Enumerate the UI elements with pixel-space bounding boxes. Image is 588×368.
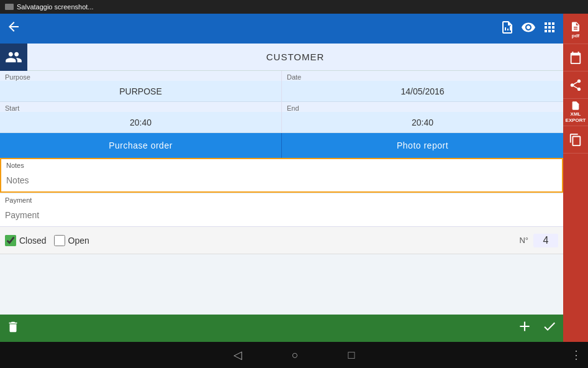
n-section: N° 4 — [519, 234, 558, 247]
calendar-icon — [569, 51, 582, 65]
confirm-button[interactable] — [542, 319, 557, 338]
checkbox-group: Closed Open — [5, 235, 89, 246]
share-icon — [569, 78, 582, 92]
start-col: Start 20:40 — [0, 102, 281, 133]
toolbar-actions — [500, 20, 557, 38]
end-label: End — [282, 102, 563, 112]
grid-button[interactable] — [542, 20, 557, 38]
open-checkbox[interactable] — [54, 235, 65, 246]
delete-button[interactable] — [6, 320, 20, 337]
screenshot-icon — [5, 4, 14, 10]
status-bar: Salvataggio screenshot... — [0, 0, 588, 14]
date-col: Date 14/05/2016 — [281, 71, 563, 102]
pdf-button[interactable]: pdf — [563, 17, 588, 44]
back-button[interactable] — [6, 19, 21, 38]
nav-home-button[interactable]: ○ — [292, 349, 299, 362]
purpose-label: Purpose — [0, 71, 281, 81]
purchase-order-button[interactable]: Purchase order — [0, 133, 282, 158]
n-label: N° — [519, 236, 528, 245]
date-label: Date — [282, 71, 563, 81]
nav-dots-button[interactable]: ⋮ — [571, 348, 582, 362]
customer-name: CUSTOMER — [27, 52, 563, 62]
payment-label: Payment — [0, 194, 563, 204]
start-end-row: Start 20:40 End 20:40 — [0, 102, 563, 133]
add-button[interactable] — [517, 318, 533, 339]
share-button[interactable] — [563, 71, 588, 99]
notes-input[interactable] — [1, 169, 562, 191]
purpose-value: PURPOSE — [0, 81, 281, 102]
end-value: 20:40 — [282, 112, 563, 133]
start-label: Start — [0, 102, 281, 112]
purpose-date-row: Purpose PURPOSE Date 14/05/2016 — [0, 71, 563, 102]
android-nav: ◁ ○ □ ⋮ — [0, 342, 588, 368]
nav-recents-button[interactable]: □ — [348, 349, 355, 362]
toolbar — [0, 14, 563, 44]
end-col: End 20:40 — [281, 102, 563, 133]
customer-row: CUSTOMER — [0, 44, 563, 71]
content-area: CUSTOMER Purpose PURPOSE Date 14/05/2016… — [0, 44, 563, 315]
date-value: 14/05/2016 — [282, 81, 563, 102]
closed-checkbox[interactable] — [5, 235, 16, 246]
notes-section: Notes — [0, 158, 563, 193]
right-sidebar: pdf XMLEXPORT — [563, 14, 588, 342]
status-bar-text: Salvataggio screenshot... — [17, 3, 94, 11]
customer-avatar — [0, 44, 27, 71]
purpose-col: Purpose PURPOSE — [0, 71, 281, 102]
payment-section: Payment — [0, 194, 563, 227]
n-value: 4 — [533, 234, 558, 247]
document-button[interactable] — [500, 20, 515, 38]
closed-checkbox-item[interactable]: Closed — [5, 235, 47, 246]
photo-report-button[interactable]: Photo report — [282, 133, 563, 158]
start-value: 20:40 — [0, 112, 281, 133]
eye-button[interactable] — [521, 20, 536, 38]
notes-label: Notes — [1, 159, 562, 169]
calendar-button[interactable] — [563, 44, 588, 71]
bottom-bar — [0, 315, 563, 342]
open-label: Open — [68, 236, 89, 246]
customer-icon — [5, 48, 22, 66]
action-buttons: Purchase order Photo report — [0, 133, 563, 158]
xml-label: XMLEXPORT — [566, 111, 586, 123]
copy-icon — [569, 133, 582, 147]
pdf-icon — [570, 21, 581, 32]
svg-rect-0 — [5, 4, 14, 10]
closed-label: Closed — [19, 236, 47, 246]
xml-icon — [571, 101, 581, 111]
payment-input[interactable] — [0, 204, 563, 226]
status-row: Closed Open N° 4 — [0, 227, 563, 254]
open-checkbox-item[interactable]: Open — [54, 235, 89, 246]
copy-button[interactable] — [563, 126, 588, 154]
pdf-label: pdf — [572, 33, 579, 39]
app-container: CUSTOMER Purpose PURPOSE Date 14/05/2016… — [0, 14, 563, 342]
xml-export-button[interactable]: XMLEXPORT — [563, 99, 588, 126]
nav-back-button[interactable]: ◁ — [233, 348, 242, 362]
